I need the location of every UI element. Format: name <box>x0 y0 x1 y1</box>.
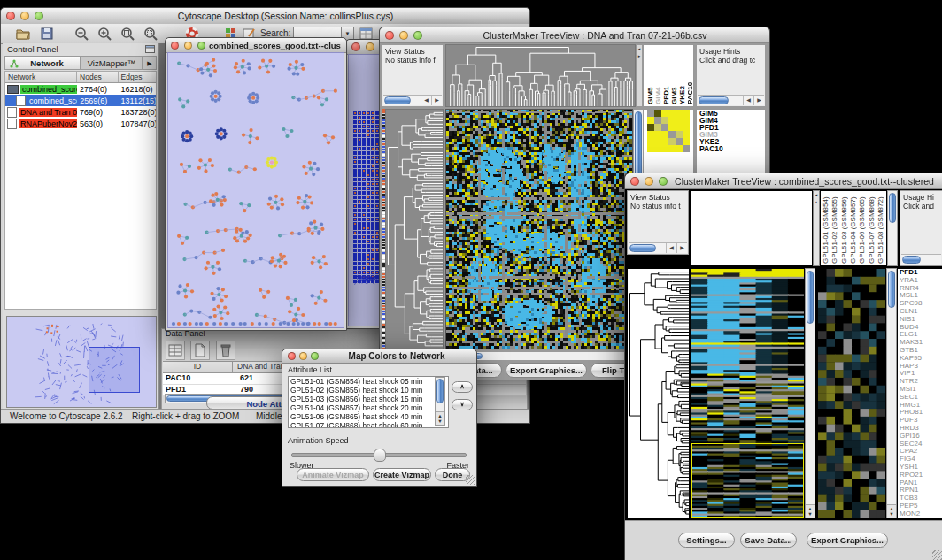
network-overview-canvas[interactable] <box>7 317 154 405</box>
tv1-export-graphics-button[interactable]: Export Graphics... <box>506 363 587 378</box>
zoom-button[interactable] <box>35 12 43 20</box>
attribute-list-item[interactable]: GPL51-07 (GSM868) heat shock 60 min <box>289 421 448 428</box>
attribute-list-item[interactable]: GPL51-02 (GSM855) heat shock 10 min <box>289 386 448 395</box>
dense-network-grid[interactable] <box>353 110 380 285</box>
float-panel-icon[interactable] <box>145 45 155 53</box>
file-icon <box>7 107 17 118</box>
tv2-global-heatmap[interactable] <box>691 268 805 518</box>
close-button[interactable] <box>385 31 394 40</box>
control-panel-title: Control Panel <box>3 43 158 55</box>
tv2-view-status-panel: View Status No status info t ◀▶ <box>627 190 689 255</box>
network-canvas[interactable] <box>168 53 344 327</box>
tv2-column-label: GPL51-01 (GSM854) <box>822 193 830 264</box>
dialog-title: Map Colors to Network <box>322 351 471 361</box>
animate-vizmap-button[interactable]: Animate Vizmap <box>297 468 369 481</box>
treeview1-titlebar[interactable]: ClusterMaker TreeView : DNA and Tran 07-… <box>380 27 769 43</box>
network-overview-panel[interactable] <box>6 316 157 408</box>
save-icon[interactable] <box>39 26 55 42</box>
network-view-a[interactable] <box>167 52 344 328</box>
close-button[interactable] <box>351 42 360 51</box>
attribute-list[interactable]: GPL51-01 (GSM854) heat shock 05 minGPL51… <box>288 376 449 428</box>
treeview2-titlebar[interactable]: ClusterMaker TreeView : combined_scores_… <box>625 173 942 189</box>
tv2-zoom-heatmap[interactable] <box>817 268 886 518</box>
tv1-zoom-heatmap[interactable] <box>647 110 690 152</box>
done-button[interactable]: Done <box>435 468 470 481</box>
close-button[interactable] <box>6 12 15 20</box>
tab-network[interactable]: Network <box>4 56 81 70</box>
minimize-button[interactable] <box>645 177 653 186</box>
zoom-fit-icon[interactable] <box>120 26 135 42</box>
tv1-row-dendrogram[interactable] <box>385 109 444 349</box>
tabs-overflow-arrow[interactable]: ▶ <box>143 56 157 70</box>
minimize-button[interactable] <box>399 31 408 40</box>
zoom-in-icon[interactable] <box>97 26 112 42</box>
network-tree-row[interactable]: combined_sco2569(6)13112(15) <box>5 95 156 106</box>
tv2-column-scrollbar[interactable] <box>887 190 898 266</box>
tv2-column-label: GPL51-07 (GSM868) <box>868 193 876 264</box>
resize-grip[interactable] <box>932 550 942 560</box>
attribute-list-item[interactable]: GPL51-01 (GSM854) heat shock 05 min <box>289 377 448 386</box>
tab-vizmapper[interactable]: VizMapper™ <box>81 56 143 70</box>
table-icon[interactable] <box>166 341 185 360</box>
network-tree-panel: Network Nodes Edges combined_scores2764(… <box>4 71 157 310</box>
gene-label[interactable]: MON2 <box>898 510 942 518</box>
tv1-status-scrollbar[interactable]: ◀▶ <box>383 95 442 105</box>
tv1-row-label: PAC10 <box>697 145 765 152</box>
zoom-button[interactable] <box>413 31 422 40</box>
minimize-button[interactable] <box>20 12 29 20</box>
animation-speed-slider[interactable] <box>291 453 467 457</box>
zoom-button[interactable] <box>197 42 205 50</box>
tv2-settings-button[interactable]: Settings... <box>678 533 735 548</box>
tv2-column-tree-area[interactable] <box>691 190 813 266</box>
close-button[interactable] <box>171 42 179 50</box>
close-button[interactable] <box>630 177 639 186</box>
minimize-button[interactable] <box>299 352 307 360</box>
attribute-list-item[interactable]: GPL51-03 (GSM856) heat shock 15 min <box>289 395 448 403</box>
zoom-button[interactable] <box>659 177 668 186</box>
zoom-out-icon[interactable] <box>73 26 89 42</box>
tv1-column-dendrogram[interactable] <box>445 44 636 107</box>
tv2-bottom-bar: Settings... Save Data... Export Graphics… <box>625 520 942 560</box>
create-vizmap-button[interactable]: Create Vizmap <box>373 468 431 481</box>
tv2-save-data-button[interactable]: Save Data... <box>740 533 797 548</box>
tv1-splitter-arrows[interactable]: ◂▸ <box>636 44 643 107</box>
trash-icon[interactable] <box>216 341 236 360</box>
tv2-row-dendrogram[interactable] <box>627 268 690 518</box>
zoom-button[interactable] <box>311 352 319 360</box>
close-button[interactable] <box>288 352 296 360</box>
tv2-column-label: GPL51-02 (GSM855) <box>830 193 839 264</box>
slider-thumb[interactable] <box>374 449 386 462</box>
network-tree-row[interactable]: combined_scores2764(0)16218(0) <box>5 83 156 95</box>
main-titlebar[interactable]: Cytoscape Desktop (Session Name: collins… <box>1 8 529 25</box>
minimize-button[interactable] <box>184 42 192 50</box>
network-window-a-titlebar[interactable]: combined_scores_good.txt--cluste... <box>166 38 346 53</box>
new-page-icon[interactable] <box>190 341 210 360</box>
tv1-global-heatmap[interactable] <box>445 109 633 349</box>
tv2-splitter-arrows[interactable]: ◂▴ <box>813 190 820 266</box>
tv2-usage-hints-body: Click and <box>903 202 934 211</box>
move-down-button[interactable]: ∨ <box>452 399 473 410</box>
tv2-hints-scrollbar[interactable] <box>901 254 941 265</box>
tv2-status-scrollbar[interactable]: ◀▶ <box>629 242 687 253</box>
tv2-column-label: GPL51-03 (GSM856) <box>840 193 849 264</box>
attribute-list-item[interactable]: GPL51-06 (GSM865) heat shock 40 min <box>289 412 448 421</box>
move-up-button[interactable]: ∧ <box>452 381 473 393</box>
dialog-titlebar[interactable]: Map Colors to Network <box>282 349 476 364</box>
resize-grip[interactable] <box>466 475 475 485</box>
tv1-hints-scrollbar[interactable]: ◀▶ <box>698 95 764 105</box>
attribute-list-scrollbar[interactable]: ▲▼ <box>435 377 445 426</box>
main-window-title: Cytoscape Desktop (Session Name: collins… <box>47 11 524 21</box>
attribute-list-item[interactable]: GPL51-04 (GSM857) heat shock 20 min <box>289 403 448 412</box>
tv2-zoom-scrollbar[interactable]: ▲▼ <box>886 268 897 518</box>
tv2-global-scrollbar[interactable]: ▲▼ <box>805 268 815 518</box>
tv2-column-label: GPL51-08 (GSM872) <box>876 193 885 264</box>
open-file-icon[interactable] <box>15 26 31 42</box>
zoom-selected-icon[interactable] <box>143 26 158 42</box>
window-controls <box>6 12 43 20</box>
network-table-header[interactable]: Network Nodes Edges <box>5 72 156 83</box>
tv2-column-label: GPL51-04 (GSM857) <box>849 193 858 264</box>
minimize-button[interactable] <box>366 42 374 51</box>
network-tree-row[interactable]: DNA and Tran 07769(0)183728(0) <box>5 106 156 118</box>
tv2-export-graphics-button[interactable]: Export Graphics... <box>807 533 888 548</box>
network-tree-row[interactable]: RNAPuberNov2+563(0)107847(0) <box>5 118 156 129</box>
